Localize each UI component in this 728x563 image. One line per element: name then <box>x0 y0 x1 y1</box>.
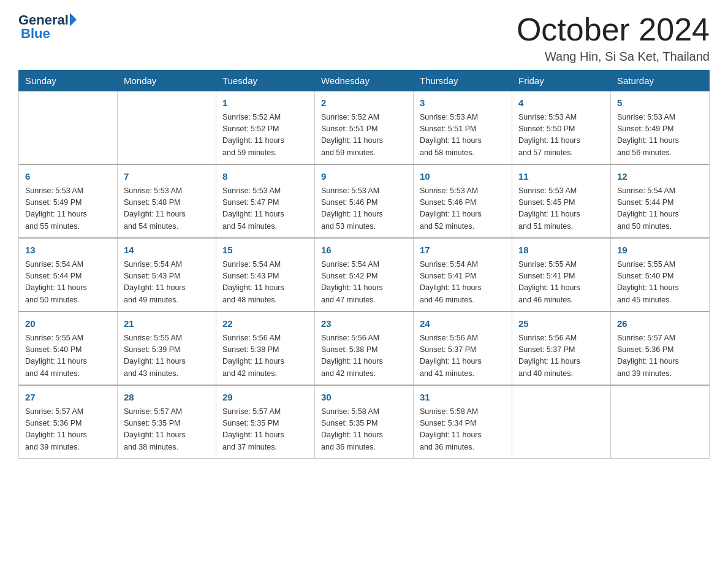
day-number: 6 <box>25 170 111 184</box>
day-info: Sunrise: 5:53 AMSunset: 5:51 PMDaylight:… <box>420 112 506 159</box>
calendar-cell <box>19 91 118 165</box>
day-number: 4 <box>518 96 604 110</box>
day-number: 16 <box>321 243 407 258</box>
day-info: Sunrise: 5:58 AMSunset: 5:34 PMDaylight:… <box>420 406 506 454</box>
calendar-cell: 4Sunrise: 5:53 AMSunset: 5:50 PMDaylight… <box>512 91 611 165</box>
day-number: 9 <box>321 170 407 184</box>
day-number: 18 <box>518 243 604 258</box>
day-info: Sunrise: 5:55 AMSunset: 5:40 PMDaylight:… <box>617 259 703 307</box>
day-info: Sunrise: 5:54 AMSunset: 5:44 PMDaylight:… <box>617 185 703 233</box>
day-info: Sunrise: 5:56 AMSunset: 5:37 PMDaylight:… <box>518 332 604 380</box>
location-title: Wang Hin, Si Sa Ket, Thailand <box>517 50 710 64</box>
calendar-table: SundayMondayTuesdayWednesdayThursdayFrid… <box>18 70 710 459</box>
day-info: Sunrise: 5:56 AMSunset: 5:38 PMDaylight:… <box>222 332 308 380</box>
calendar-cell: 6Sunrise: 5:53 AMSunset: 5:49 PMDaylight… <box>19 164 118 238</box>
column-header-monday: Monday <box>118 71 216 91</box>
calendar-week-row: 13Sunrise: 5:54 AMSunset: 5:44 PMDayligh… <box>19 238 710 312</box>
day-info: Sunrise: 5:53 AMSunset: 5:46 PMDaylight:… <box>321 185 407 233</box>
day-number: 5 <box>617 96 703 110</box>
day-info: Sunrise: 5:53 AMSunset: 5:49 PMDaylight:… <box>617 112 703 159</box>
column-header-tuesday: Tuesday <box>216 71 315 91</box>
day-info: Sunrise: 5:55 AMSunset: 5:40 PMDaylight:… <box>25 332 111 380</box>
calendar-cell: 20Sunrise: 5:55 AMSunset: 5:40 PMDayligh… <box>19 312 118 385</box>
calendar-cell: 2Sunrise: 5:52 AMSunset: 5:51 PMDaylight… <box>315 91 414 165</box>
month-title: October 2024 <box>517 12 710 47</box>
day-info: Sunrise: 5:57 AMSunset: 5:36 PMDaylight:… <box>25 406 111 454</box>
day-number: 1 <box>222 96 308 110</box>
column-header-friday: Friday <box>512 71 611 91</box>
calendar-cell: 31Sunrise: 5:58 AMSunset: 5:34 PMDayligh… <box>414 385 512 459</box>
calendar-cell: 26Sunrise: 5:57 AMSunset: 5:36 PMDayligh… <box>611 312 710 385</box>
day-info: Sunrise: 5:54 AMSunset: 5:44 PMDaylight:… <box>25 259 111 307</box>
calendar-cell <box>512 385 611 459</box>
calendar-cell: 16Sunrise: 5:54 AMSunset: 5:42 PMDayligh… <box>315 238 414 312</box>
day-info: Sunrise: 5:53 AMSunset: 5:47 PMDaylight:… <box>222 185 308 233</box>
calendar-header-row: SundayMondayTuesdayWednesdayThursdayFrid… <box>19 71 710 91</box>
day-info: Sunrise: 5:57 AMSunset: 5:35 PMDaylight:… <box>222 406 308 454</box>
calendar-cell: 17Sunrise: 5:54 AMSunset: 5:41 PMDayligh… <box>414 238 512 312</box>
day-number: 23 <box>321 317 407 331</box>
day-number: 29 <box>222 391 308 405</box>
calendar-cell: 14Sunrise: 5:54 AMSunset: 5:43 PMDayligh… <box>118 238 216 312</box>
calendar-cell: 30Sunrise: 5:58 AMSunset: 5:35 PMDayligh… <box>315 385 414 459</box>
calendar-cell: 28Sunrise: 5:57 AMSunset: 5:35 PMDayligh… <box>118 385 216 459</box>
day-number: 25 <box>518 317 604 331</box>
calendar-cell: 18Sunrise: 5:55 AMSunset: 5:41 PMDayligh… <box>512 238 611 312</box>
column-header-thursday: Thursday <box>414 71 512 91</box>
day-info: Sunrise: 5:53 AMSunset: 5:48 PMDaylight:… <box>124 185 210 233</box>
calendar-week-row: 1Sunrise: 5:52 AMSunset: 5:52 PMDaylight… <box>19 91 710 165</box>
calendar-cell <box>611 385 710 459</box>
day-number: 12 <box>617 170 703 184</box>
day-info: Sunrise: 5:53 AMSunset: 5:45 PMDaylight:… <box>518 185 604 233</box>
logo: General Blue <box>18 12 77 42</box>
calendar-week-row: 6Sunrise: 5:53 AMSunset: 5:49 PMDaylight… <box>19 164 710 238</box>
day-info: Sunrise: 5:57 AMSunset: 5:36 PMDaylight:… <box>617 332 703 380</box>
calendar-cell: 13Sunrise: 5:54 AMSunset: 5:44 PMDayligh… <box>19 238 118 312</box>
calendar-cell: 24Sunrise: 5:56 AMSunset: 5:37 PMDayligh… <box>414 312 512 385</box>
day-number: 21 <box>124 317 210 331</box>
day-number: 24 <box>420 317 506 331</box>
day-info: Sunrise: 5:55 AMSunset: 5:39 PMDaylight:… <box>124 332 210 380</box>
day-number: 30 <box>321 391 407 405</box>
day-number: 20 <box>25 317 111 331</box>
calendar-cell: 8Sunrise: 5:53 AMSunset: 5:47 PMDaylight… <box>216 164 315 238</box>
day-info: Sunrise: 5:54 AMSunset: 5:43 PMDaylight:… <box>222 259 308 307</box>
day-info: Sunrise: 5:54 AMSunset: 5:42 PMDaylight:… <box>321 259 407 307</box>
logo-arrow-icon <box>70 13 77 26</box>
day-number: 19 <box>617 243 703 258</box>
page-header: General Blue October 2024 Wang Hin, Si S… <box>18 12 710 64</box>
day-number: 8 <box>222 170 308 184</box>
calendar-cell: 12Sunrise: 5:54 AMSunset: 5:44 PMDayligh… <box>611 164 710 238</box>
day-number: 22 <box>222 317 308 331</box>
calendar-cell: 29Sunrise: 5:57 AMSunset: 5:35 PMDayligh… <box>216 385 315 459</box>
calendar-cell: 27Sunrise: 5:57 AMSunset: 5:36 PMDayligh… <box>19 385 118 459</box>
day-info: Sunrise: 5:55 AMSunset: 5:41 PMDaylight:… <box>518 259 604 307</box>
day-info: Sunrise: 5:53 AMSunset: 5:50 PMDaylight:… <box>518 112 604 159</box>
day-number: 7 <box>124 170 210 184</box>
calendar-cell: 1Sunrise: 5:52 AMSunset: 5:52 PMDaylight… <box>216 91 315 165</box>
day-info: Sunrise: 5:52 AMSunset: 5:51 PMDaylight:… <box>321 112 407 159</box>
calendar-cell: 15Sunrise: 5:54 AMSunset: 5:43 PMDayligh… <box>216 238 315 312</box>
calendar-cell: 19Sunrise: 5:55 AMSunset: 5:40 PMDayligh… <box>611 238 710 312</box>
calendar-week-row: 20Sunrise: 5:55 AMSunset: 5:40 PMDayligh… <box>19 312 710 385</box>
day-number: 27 <box>25 391 111 405</box>
day-number: 15 <box>222 243 308 258</box>
day-number: 28 <box>124 391 210 405</box>
calendar-cell: 23Sunrise: 5:56 AMSunset: 5:38 PMDayligh… <box>315 312 414 385</box>
day-number: 3 <box>420 96 506 110</box>
calendar-cell: 11Sunrise: 5:53 AMSunset: 5:45 PMDayligh… <box>512 164 611 238</box>
day-info: Sunrise: 5:53 AMSunset: 5:46 PMDaylight:… <box>420 185 506 233</box>
day-number: 10 <box>420 170 506 184</box>
day-info: Sunrise: 5:52 AMSunset: 5:52 PMDaylight:… <box>222 112 308 159</box>
calendar-cell: 3Sunrise: 5:53 AMSunset: 5:51 PMDaylight… <box>414 91 512 165</box>
day-info: Sunrise: 5:58 AMSunset: 5:35 PMDaylight:… <box>321 406 407 454</box>
calendar-cell: 21Sunrise: 5:55 AMSunset: 5:39 PMDayligh… <box>118 312 216 385</box>
day-info: Sunrise: 5:53 AMSunset: 5:49 PMDaylight:… <box>25 185 111 233</box>
calendar-cell: 5Sunrise: 5:53 AMSunset: 5:49 PMDaylight… <box>611 91 710 165</box>
calendar-cell: 9Sunrise: 5:53 AMSunset: 5:46 PMDaylight… <box>315 164 414 238</box>
day-info: Sunrise: 5:56 AMSunset: 5:37 PMDaylight:… <box>420 332 506 380</box>
calendar-cell: 25Sunrise: 5:56 AMSunset: 5:37 PMDayligh… <box>512 312 611 385</box>
day-number: 13 <box>25 243 111 258</box>
day-number: 11 <box>518 170 604 184</box>
column-header-saturday: Saturday <box>611 71 710 91</box>
